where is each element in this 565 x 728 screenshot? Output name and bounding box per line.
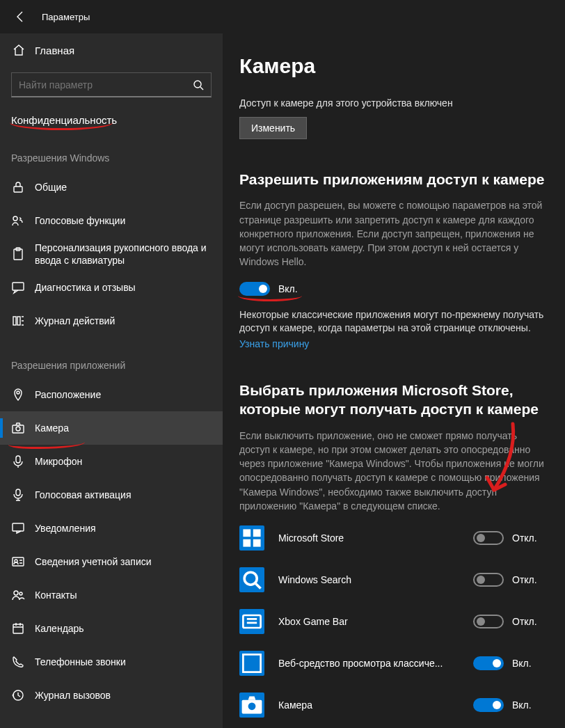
svg-point-0: [194, 81, 201, 88]
svg-point-24: [244, 573, 257, 585]
back-icon[interactable]: [14, 10, 26, 23]
app-toggle[interactable]: [473, 615, 504, 628]
app-toggle[interactable]: [473, 573, 504, 587]
svg-point-10: [16, 427, 20, 431]
svg-point-16: [14, 591, 18, 595]
nav-phone-calls[interactable]: Телефонные звонки: [0, 645, 223, 679]
svg-rect-23: [253, 539, 261, 547]
voice-activation-icon: [11, 488, 25, 502]
activity-icon: [11, 314, 25, 328]
toggle-label: Откл.: [512, 532, 537, 544]
svg-rect-13: [13, 523, 24, 531]
app-row: Веб-средство просмотра классиче... Вкл.: [239, 651, 550, 676]
nav-notifications[interactable]: Уведомления: [0, 512, 223, 545]
svg-rect-12: [16, 489, 20, 496]
allow-apps-desc: Если доступ разрешен, вы можете с помощь…: [239, 198, 550, 269]
window-title: Параметры: [42, 12, 90, 22]
nav-label: Журнал вызовов: [35, 689, 111, 702]
toggle-label: Вкл.: [512, 699, 532, 711]
svg-point-8: [17, 391, 19, 394]
search-icon: [193, 79, 204, 90]
nav-account-info[interactable]: Сведения учетной записи: [0, 545, 223, 578]
toggle-label: Откл.: [512, 574, 537, 585]
app-icon: [239, 693, 264, 718]
nav-label: Голосовые функции: [35, 214, 125, 227]
search-input[interactable]: [19, 79, 193, 90]
nav-diagnostics[interactable]: Диагностика и отзывы: [0, 271, 223, 304]
clipboard-icon: [11, 247, 25, 261]
nav-voice-activation[interactable]: Голосовая активация: [0, 478, 223, 512]
app-toggle[interactable]: [473, 656, 504, 670]
toggle-label: Вкл.: [278, 283, 298, 294]
svg-rect-11: [16, 456, 20, 463]
app-row: Камера Вкл.: [239, 693, 550, 718]
notifications-icon: [11, 521, 25, 535]
svg-rect-14: [13, 557, 24, 566]
phone-icon: [11, 655, 25, 669]
app-row: Windows Search Откл.: [239, 567, 550, 592]
nav-microphone[interactable]: Микрофон: [0, 445, 223, 478]
voice-icon: [11, 214, 25, 228]
change-button[interactable]: Изменить: [239, 117, 307, 139]
main-content: Камера Доступ к камере для этого устройс…: [223, 33, 565, 728]
titlebar: Параметры: [0, 0, 565, 33]
svg-rect-7: [17, 317, 20, 325]
location-icon: [11, 388, 25, 402]
svg-point-28: [248, 703, 256, 711]
svg-rect-18: [13, 624, 23, 633]
nav-label: Расположение: [35, 388, 101, 401]
account-icon: [11, 555, 25, 569]
nav-location[interactable]: Расположение: [0, 378, 223, 411]
app-name: Windows Search: [278, 574, 473, 585]
app-name: Камера: [278, 699, 473, 711]
app-name: Веб-средство просмотра классиче...: [278, 658, 473, 669]
allow-apps-toggle[interactable]: [239, 282, 270, 296]
nav-general[interactable]: Общие: [0, 171, 223, 204]
svg-rect-25: [243, 615, 260, 628]
app-icon: [239, 651, 264, 676]
nav-label: Голосовая активация: [35, 489, 132, 501]
nav-voice[interactable]: Голосовые функции: [0, 204, 223, 237]
nav-contacts[interactable]: Контакты: [0, 578, 223, 612]
learn-more-link[interactable]: Узнать причину: [239, 338, 309, 349]
lock-icon: [11, 180, 25, 194]
svg-rect-21: [253, 530, 261, 537]
toggle-label: Вкл.: [512, 658, 532, 669]
nav-label: Журнал действий: [35, 315, 115, 327]
nav-call-history[interactable]: Журнал вызовов: [0, 679, 223, 712]
sidebar: Главная Конфиденциальность Разрешения Wi…: [0, 33, 223, 728]
apps-list: Microsoft Store Откл. Windows Search Отк…: [239, 525, 550, 728]
section-header-windows: Разрешения Windows: [0, 130, 223, 171]
nav-label: Телефонные звонки: [35, 656, 126, 668]
category-header: Конфиденциальность: [0, 107, 223, 130]
app-icon: [239, 525, 264, 551]
store-apps-desc: Если выключить приложение, оно не сможет…: [239, 429, 550, 514]
app-row: Microsoft Store Откл.: [239, 525, 550, 551]
nav-label: Контакты: [35, 589, 77, 601]
home-icon: [13, 44, 25, 56]
nav-label: Общие: [35, 181, 67, 193]
camera-icon: [11, 421, 25, 435]
section-header-apps: Разрешения приложений: [0, 338, 223, 378]
nav-label: Персонализация рукописного ввода и ввода…: [35, 242, 212, 267]
nav-label: Уведомления: [35, 522, 96, 535]
toggle-label: Откл.: [512, 616, 537, 627]
history-icon: [11, 688, 25, 702]
app-icon: [239, 567, 264, 592]
device-status-text: Доступ к камере для этого устройства вкл…: [239, 97, 550, 109]
nav-home[interactable]: Главная: [0, 33, 223, 67]
app-toggle[interactable]: [473, 698, 504, 712]
calendar-icon: [11, 622, 25, 635]
nav-calendar[interactable]: Календарь: [0, 612, 223, 645]
page-title: Камера: [239, 54, 550, 78]
app-name: Xbox Game Bar: [278, 616, 473, 627]
search-input-wrap[interactable]: [11, 72, 212, 97]
nav-activity[interactable]: Журнал действий: [0, 304, 223, 338]
annotation-underline: [238, 296, 302, 301]
contacts-icon: [11, 588, 25, 602]
nav-inking[interactable]: Персонализация рукописного ввода и ввода…: [0, 237, 223, 271]
app-toggle[interactable]: [473, 531, 504, 545]
app-row: Xbox Game Bar Откл.: [239, 609, 550, 634]
nav-camera[interactable]: Камера: [0, 411, 223, 445]
svg-point-2: [13, 216, 17, 221]
